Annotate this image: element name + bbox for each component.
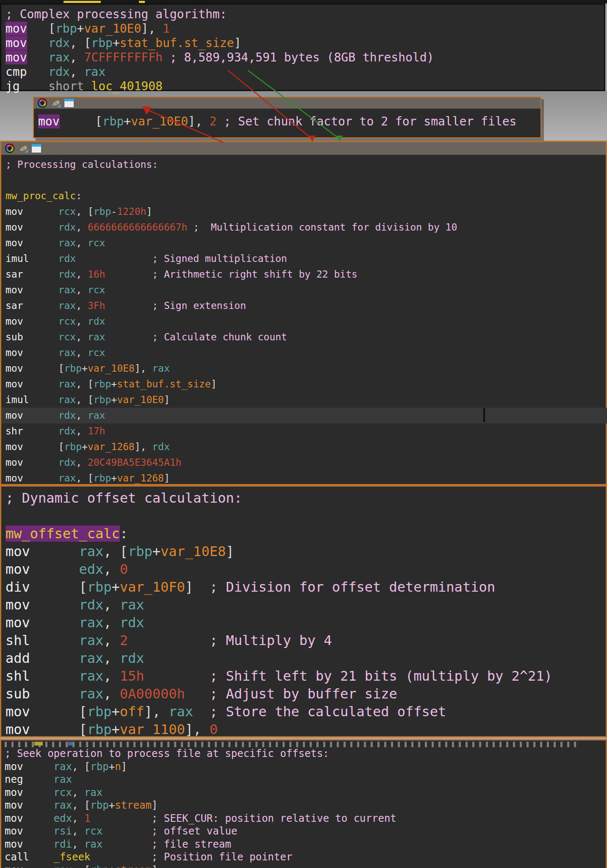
asm-line[interactable]: mov rdi, rax ; file stream [5, 838, 606, 851]
basic-block-proc-calc: ; Processing calculations: mw_proc_calc:… [0, 141, 607, 485]
clipped-text-row: mov rax, [rbp+stream] [5, 864, 606, 868]
asm-line[interactable]: div [rbp+var_10F0] ; Division for offset… [6, 578, 606, 596]
asm-line[interactable]: mov [rbp+var_10E8], rax [6, 361, 606, 376]
asm-line[interactable]: add rax, rdx [6, 649, 606, 667]
asm-line[interactable]: ; Processing calculations: [6, 157, 606, 172]
asm-line[interactable]: mov rax, [rbp+n] [5, 760, 606, 773]
node-body: ; Processing calculations: mw_proc_calc:… [1, 155, 606, 486]
asm-line[interactable]: sub rcx, rax ; Calculate chunk count [6, 329, 606, 345]
basic-block-chunk-factor: mov [rbp+var_10E0], 2 ; Set chunk factor… [33, 97, 541, 138]
asm-line[interactable]: imul rdx ; Signed multiplication [6, 251, 606, 267]
basic-block-seek: ; Seek operation to process file at spec… [0, 739, 607, 868]
asm-line[interactable]: mov rax, rcx [6, 282, 606, 298]
asm-line[interactable]: mov rdx, [rbp+stat_buf.st_size] [6, 36, 604, 50]
asm-line[interactable]: neg rax [5, 773, 606, 786]
asm-line[interactable]: mov rcx, [rbp-1220h] [6, 204, 606, 220]
asm-line[interactable]: shl rax, 15h ; Shift left by 21 bits (mu… [6, 667, 606, 685]
asm-line[interactable]: cmp rdx, rax [6, 65, 604, 79]
asm-line[interactable]: ; Seek operation to process file at spec… [5, 747, 606, 760]
color-wheel-icon[interactable] [38, 98, 47, 108]
asm-line[interactable]: sar rdx, 16h ; Arithmetic right shift by… [6, 267, 606, 282]
asm-line[interactable]: mov rcx, rax [5, 786, 606, 799]
asm-line[interactable]: sar rax, 3Fh ; Sign extension [6, 298, 606, 314]
clipped-block-above [0, 0, 607, 3]
graph-layout-icon[interactable] [31, 144, 42, 153]
clipped-label-fragment [64, 1, 101, 3]
asm-line[interactable]: mov rax, rcx [6, 345, 606, 361]
text-cursor [483, 408, 485, 422]
edit-pencil-icon[interactable] [18, 144, 28, 153]
node-title-bar [1, 142, 606, 155]
asm-line[interactable] [6, 172, 606, 188]
asm-line[interactable]: mov rax, 7CFFFFFFFFh ; 8,589,934,591 byt… [6, 50, 604, 65]
asm-line[interactable]: shr rdx, 17h [6, 423, 606, 439]
asm-line[interactable]: call _fseek ; Position file pointer [5, 851, 606, 864]
asm-line[interactable]: ; Dynamic offset calculation: [6, 489, 606, 507]
asm-line[interactable]: mov edx, 0 [6, 560, 606, 578]
asm-line[interactable]: mov rdx, rax [1, 408, 607, 423]
clipped-label-fragment [34, 742, 43, 746]
asm-line[interactable]: mov rax, [rbp+var_10E8] [6, 542, 606, 560]
asm-line[interactable]: mov rax, [rbp+stat_buf.st_size] [6, 376, 606, 392]
asm-line[interactable]: mov rax, rcx [6, 235, 606, 251]
basic-block-offset-calc: ; Dynamic offset calculation: mw_offset_… [0, 485, 607, 737]
asm-line[interactable]: mov rdx, rax [6, 596, 606, 614]
node-title-bar [34, 97, 540, 109]
asm-line[interactable]: mov [rbp+var_1100], 0 [6, 721, 606, 737]
clipped-label-fragment [139, 1, 145, 3]
asm-line[interactable]: mov rax, rdx [6, 614, 606, 632]
asm-line[interactable]: mov rax, [rbp+stream] [5, 799, 606, 812]
asm-line[interactable]: mov rcx, rdx [6, 314, 606, 329]
asm-line[interactable]: sub rax, 0A00000h ; Adjust by buffer siz… [6, 685, 606, 703]
asm-line[interactable]: shl rax, 2 ; Multiply by 4 [6, 632, 606, 649]
clipped-fragment [68, 742, 73, 746]
edit-pencil-icon[interactable] [51, 99, 60, 107]
graph-layout-icon[interactable] [64, 99, 74, 108]
color-wheel-icon[interactable] [5, 144, 14, 153]
asm-line[interactable]: mov rdx, 20C49BA5E3645A1h [6, 455, 606, 470]
asm-line[interactable]: ; Complex processing algorithm: [6, 7, 604, 22]
asm-line[interactable]: mov rdx, 6666666666666667h ; Multiplicat… [6, 220, 606, 235]
asm-line[interactable]: mov rax, [rbp+var_1268] [6, 470, 606, 486]
asm-line[interactable] [6, 507, 606, 525]
asm-line[interactable]: jg short loc_401908 [6, 79, 604, 94]
asm-line[interactable]: mov [rbp+var_10E0], 2 ; Set chunk factor… [38, 115, 540, 128]
asm-line[interactable]: mov edx, 1 ; SEEK_CUR: position relative… [5, 812, 606, 825]
node-body: ; Seek operation to process file at spec… [5, 747, 606, 864]
asm-line[interactable]: mov [rbp+var_1268], rdx [6, 439, 606, 455]
asm-line[interactable]: imul rax, [rbp+var_10E0] [6, 392, 606, 408]
node-body: mov [rbp+var_10E0], 2 ; Set chunk factor… [34, 109, 540, 128]
clipped-text-row [5, 742, 577, 747]
asm-line[interactable]: mov [rbp+off], rax ; Store the calculate… [6, 703, 606, 721]
asm-line[interactable]: mov [rbp+var_10E0], 1 [6, 22, 604, 36]
asm-line[interactable]: mov rax, [rbp+stream] [5, 864, 606, 868]
asm-line[interactable]: mw_proc_calc: [6, 188, 606, 204]
basic-block-compare: ; Complex processing algorithm:mov [rbp+… [0, 3, 605, 91]
asm-line[interactable]: mw_offset_calc: [6, 525, 606, 542]
asm-line[interactable]: mov rsi, rcx ; offset value [5, 825, 606, 838]
